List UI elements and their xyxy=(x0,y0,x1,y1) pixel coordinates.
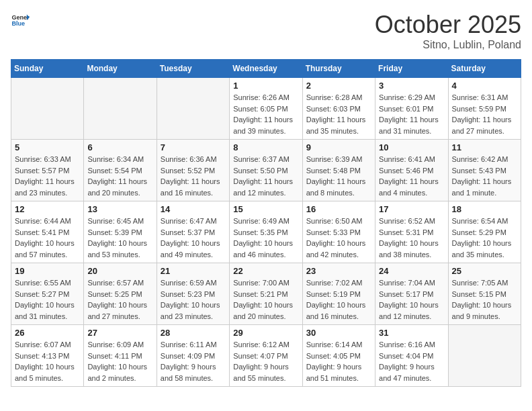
day-number: 12 xyxy=(15,204,80,214)
calendar-cell: 20Sunrise: 6:57 AM Sunset: 5:25 PM Dayli… xyxy=(84,263,157,325)
location: Sitno, Lublin, Poland xyxy=(375,39,521,51)
calendar-cell: 4Sunrise: 6:31 AM Sunset: 5:59 PM Daylig… xyxy=(448,78,521,140)
day-info: Sunrise: 6:31 AM Sunset: 5:59 PM Dayligh… xyxy=(452,92,517,136)
day-info: Sunrise: 6:47 AM Sunset: 5:37 PM Dayligh… xyxy=(161,216,226,260)
day-info: Sunrise: 6:57 AM Sunset: 5:25 PM Dayligh… xyxy=(87,277,152,322)
calendar-cell: 10Sunrise: 6:41 AM Sunset: 5:46 PM Dayli… xyxy=(375,140,448,201)
day-info: Sunrise: 6:52 AM Sunset: 5:31 PM Dayligh… xyxy=(379,216,444,260)
calendar-cell: 26Sunrise: 6:07 AM Sunset: 4:13 PM Dayli… xyxy=(11,325,84,387)
calendar-cell: 5Sunrise: 6:33 AM Sunset: 5:57 PM Daylig… xyxy=(11,140,84,201)
day-info: Sunrise: 6:14 AM Sunset: 4:05 PM Dayligh… xyxy=(306,339,371,383)
day-info: Sunrise: 6:09 AM Sunset: 4:11 PM Dayligh… xyxy=(87,339,152,383)
calendar-week-row: 26Sunrise: 6:07 AM Sunset: 4:13 PM Dayli… xyxy=(11,325,521,387)
day-number: 15 xyxy=(233,204,298,214)
day-number: 19 xyxy=(15,266,80,276)
calendar-cell: 24Sunrise: 7:04 AM Sunset: 5:17 PM Dayli… xyxy=(375,263,448,325)
day-number: 22 xyxy=(233,266,298,276)
calendar-cell: 12Sunrise: 6:44 AM Sunset: 5:41 PM Dayli… xyxy=(11,201,84,263)
logo-icon: General Blue xyxy=(11,11,30,30)
calendar-cell: 31Sunrise: 6:16 AM Sunset: 4:04 PM Dayli… xyxy=(375,325,448,387)
calendar-cell: 28Sunrise: 6:11 AM Sunset: 4:09 PM Dayli… xyxy=(157,325,229,387)
calendar-cell: 25Sunrise: 7:05 AM Sunset: 5:15 PM Dayli… xyxy=(448,263,521,325)
calendar-cell: 15Sunrise: 6:49 AM Sunset: 5:35 PM Dayli… xyxy=(230,201,302,263)
day-info: Sunrise: 6:49 AM Sunset: 5:35 PM Dayligh… xyxy=(233,216,298,260)
day-info: Sunrise: 6:07 AM Sunset: 4:13 PM Dayligh… xyxy=(15,339,80,383)
day-number: 2 xyxy=(306,81,371,91)
day-number: 6 xyxy=(87,142,152,152)
svg-text:Blue: Blue xyxy=(11,20,25,27)
calendar-cell: 6Sunrise: 6:34 AM Sunset: 5:54 PM Daylig… xyxy=(84,140,157,201)
calendar-cell: 1Sunrise: 6:26 AM Sunset: 6:05 PM Daylig… xyxy=(230,78,302,140)
day-number: 11 xyxy=(452,142,517,152)
calendar-cell: 11Sunrise: 6:42 AM Sunset: 5:43 PM Dayli… xyxy=(448,140,521,201)
calendar-cell: 8Sunrise: 6:37 AM Sunset: 5:50 PM Daylig… xyxy=(230,140,302,201)
day-info: Sunrise: 6:28 AM Sunset: 6:03 PM Dayligh… xyxy=(306,92,371,136)
day-info: Sunrise: 6:29 AM Sunset: 6:01 PM Dayligh… xyxy=(379,92,444,136)
calendar-week-row: 1Sunrise: 6:26 AM Sunset: 6:05 PM Daylig… xyxy=(11,78,521,140)
day-number: 4 xyxy=(452,81,517,91)
day-info: Sunrise: 6:34 AM Sunset: 5:54 PM Dayligh… xyxy=(87,154,152,198)
calendar-cell: 13Sunrise: 6:45 AM Sunset: 5:39 PM Dayli… xyxy=(84,201,157,263)
day-number: 27 xyxy=(87,328,152,338)
calendar-cell xyxy=(11,78,84,140)
calendar-week-row: 5Sunrise: 6:33 AM Sunset: 5:57 PM Daylig… xyxy=(11,140,521,201)
calendar-cell: 21Sunrise: 6:59 AM Sunset: 5:23 PM Dayli… xyxy=(157,263,229,325)
calendar-cell: 23Sunrise: 7:02 AM Sunset: 5:19 PM Dayli… xyxy=(302,263,375,325)
day-info: Sunrise: 6:12 AM Sunset: 4:07 PM Dayligh… xyxy=(233,339,298,383)
weekday-header: Thursday xyxy=(302,60,375,78)
day-number: 5 xyxy=(15,142,80,152)
day-info: Sunrise: 6:42 AM Sunset: 5:43 PM Dayligh… xyxy=(452,154,517,198)
weekday-header: Tuesday xyxy=(157,60,229,78)
day-info: Sunrise: 6:11 AM Sunset: 4:09 PM Dayligh… xyxy=(161,339,226,383)
day-info: Sunrise: 6:54 AM Sunset: 5:29 PM Dayligh… xyxy=(452,216,517,260)
day-number: 3 xyxy=(379,81,444,91)
title-block: October 2025 Sitno, Lublin, Poland xyxy=(375,11,521,51)
day-number: 14 xyxy=(161,204,226,214)
month-title: October 2025 xyxy=(375,11,521,39)
weekday-header-row: SundayMondayTuesdayWednesdayThursdayFrid… xyxy=(11,60,521,78)
weekday-header: Sunday xyxy=(11,60,84,78)
day-info: Sunrise: 6:44 AM Sunset: 5:41 PM Dayligh… xyxy=(15,216,80,260)
day-info: Sunrise: 6:55 AM Sunset: 5:27 PM Dayligh… xyxy=(15,277,80,322)
day-info: Sunrise: 6:50 AM Sunset: 5:33 PM Dayligh… xyxy=(306,216,371,260)
day-number: 20 xyxy=(87,266,152,276)
day-number: 25 xyxy=(452,266,517,276)
calendar-cell: 19Sunrise: 6:55 AM Sunset: 5:27 PM Dayli… xyxy=(11,263,84,325)
weekday-header: Wednesday xyxy=(230,60,302,78)
calendar-cell: 2Sunrise: 6:28 AM Sunset: 6:03 PM Daylig… xyxy=(302,78,375,140)
day-info: Sunrise: 6:59 AM Sunset: 5:23 PM Dayligh… xyxy=(161,277,226,322)
calendar-cell: 27Sunrise: 6:09 AM Sunset: 4:11 PM Dayli… xyxy=(84,325,157,387)
day-number: 28 xyxy=(161,328,226,338)
day-info: Sunrise: 6:39 AM Sunset: 5:48 PM Dayligh… xyxy=(306,154,371,198)
day-number: 13 xyxy=(87,204,152,214)
day-info: Sunrise: 6:36 AM Sunset: 5:52 PM Dayligh… xyxy=(161,154,226,198)
calendar-cell: 22Sunrise: 7:00 AM Sunset: 5:21 PM Dayli… xyxy=(230,263,302,325)
day-number: 10 xyxy=(379,142,444,152)
calendar-week-row: 12Sunrise: 6:44 AM Sunset: 5:41 PM Dayli… xyxy=(11,201,521,263)
calendar-cell xyxy=(157,78,229,140)
day-number: 9 xyxy=(306,142,371,152)
day-number: 18 xyxy=(452,204,517,214)
calendar-table: SundayMondayTuesdayWednesdayThursdayFrid… xyxy=(11,59,521,387)
day-info: Sunrise: 6:37 AM Sunset: 5:50 PM Dayligh… xyxy=(233,154,298,198)
calendar-cell: 3Sunrise: 6:29 AM Sunset: 6:01 PM Daylig… xyxy=(375,78,448,140)
weekday-header: Monday xyxy=(84,60,157,78)
day-info: Sunrise: 6:26 AM Sunset: 6:05 PM Dayligh… xyxy=(233,92,298,136)
day-info: Sunrise: 7:04 AM Sunset: 5:17 PM Dayligh… xyxy=(379,277,444,322)
day-number: 30 xyxy=(306,328,371,338)
calendar-cell: 18Sunrise: 6:54 AM Sunset: 5:29 PM Dayli… xyxy=(448,201,521,263)
page-header: General Blue October 2025 Sitno, Lublin,… xyxy=(11,11,521,51)
day-number: 8 xyxy=(233,142,298,152)
calendar-cell xyxy=(448,325,521,387)
calendar-cell: 7Sunrise: 6:36 AM Sunset: 5:52 PM Daylig… xyxy=(157,140,229,201)
day-number: 24 xyxy=(379,266,444,276)
day-number: 21 xyxy=(161,266,226,276)
day-info: Sunrise: 6:33 AM Sunset: 5:57 PM Dayligh… xyxy=(15,154,80,198)
day-number: 7 xyxy=(161,142,226,152)
day-info: Sunrise: 7:02 AM Sunset: 5:19 PM Dayligh… xyxy=(306,277,371,322)
day-number: 1 xyxy=(233,81,298,91)
calendar-cell: 17Sunrise: 6:52 AM Sunset: 5:31 PM Dayli… xyxy=(375,201,448,263)
calendar-cell: 16Sunrise: 6:50 AM Sunset: 5:33 PM Dayli… xyxy=(302,201,375,263)
day-number: 17 xyxy=(379,204,444,214)
day-number: 23 xyxy=(306,266,371,276)
